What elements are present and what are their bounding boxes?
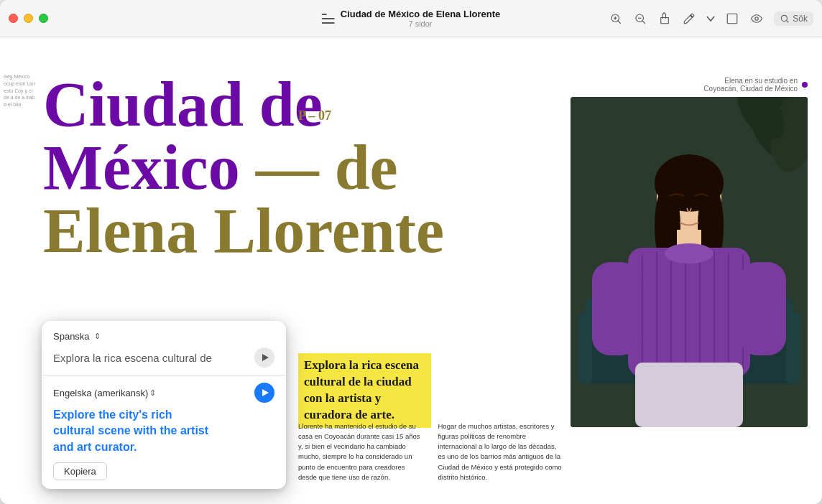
photo-caption-line2: Coyoacán, Ciudad de México	[703, 85, 798, 93]
source-lang-arrow: ⇕	[94, 332, 101, 341]
photo-caption: Elena en su estudio en Coyoacán, Ciudad …	[571, 77, 808, 93]
hero-line3: Elena Llorente	[43, 200, 567, 263]
photo-area: Elena en su estudio en Coyoacán, Ciudad …	[571, 77, 808, 436]
crop-icon[interactable]	[725, 11, 739, 26]
svg-point-8	[755, 17, 759, 20]
toolbar-icons: Sök	[609, 11, 813, 26]
document-page: Seg México ocup este Llor estu Coy y cr …	[0, 37, 822, 504]
source-text-row: Explora la rica escena cultural de	[53, 347, 274, 368]
traffic-lights	[9, 14, 48, 23]
titlebar: Ciudad de México de Elena Llorente 7 sid…	[0, 0, 822, 37]
svg-rect-33	[739, 262, 786, 355]
svg-point-36	[696, 200, 706, 207]
result-line1: Explore the city's rich	[53, 409, 172, 421]
translation-popup: Spanska ⇕ Explora la rica escena cultura…	[42, 321, 286, 489]
annotate-icon[interactable]	[682, 11, 696, 26]
result-line2: cultural scene with the artist	[53, 424, 208, 437]
share-icon[interactable]	[657, 11, 672, 26]
left-text-content: Seg México ocup este Llor estu Coy y cr …	[4, 73, 36, 108]
main-content: Seg México ocup este Llor estu Coy y cr …	[0, 37, 822, 504]
photo-box	[571, 97, 808, 427]
result-line3: and art curator.	[53, 441, 137, 453]
bottom-col-1: Llorente ha mantenido el estudio de su c…	[298, 421, 424, 483]
minimize-button[interactable]	[24, 14, 33, 23]
zoom-out-icon[interactable]	[633, 11, 647, 26]
translation-result-text: Explore the city's rich cultural scene w…	[53, 407, 274, 455]
search-bar[interactable]: Sök	[774, 11, 813, 26]
target-lang-row: Engelska (amerikansk) ⇕	[53, 383, 274, 403]
svg-point-31	[665, 243, 714, 263]
annotate-dropdown-icon[interactable]	[706, 11, 715, 26]
source-lang-label: Spanska	[53, 331, 90, 342]
svg-point-35	[672, 200, 682, 207]
bottom-content: Llorente ha mantenido el estudio de su c…	[298, 421, 563, 483]
svg-line-10	[786, 20, 788, 22]
source-lang-row: Spanska ⇕	[53, 331, 274, 342]
hero-line1: Ciudad de	[43, 73, 567, 136]
document-pages: 7 sidor	[408, 19, 432, 28]
photo-caption-line1: Elena en su estudio en	[703, 77, 798, 85]
svg-rect-37	[578, 312, 592, 384]
highlight-text: Explora la rica escena cultural de la ci…	[304, 358, 419, 421]
svg-rect-22	[628, 248, 750, 377]
svg-line-1	[618, 20, 621, 23]
titlebar-center: Ciudad de México de Elena Llorente 7 sid…	[322, 9, 501, 28]
copy-button[interactable]: Kopiera	[53, 462, 107, 480]
svg-rect-7	[728, 14, 738, 24]
target-lang-label: Engelska (amerikansk)	[53, 388, 148, 398]
translation-divider	[42, 375, 286, 375]
play-translation-button[interactable]	[254, 383, 274, 403]
title-info: Ciudad de México de Elena Llorente 7 sid…	[341, 9, 501, 28]
hero-line2: México — de	[43, 136, 567, 200]
zoom-in-icon[interactable]	[609, 11, 623, 26]
lookup-icon[interactable]	[749, 11, 764, 26]
svg-rect-38	[786, 312, 800, 384]
app-window: Ciudad de México de Elena Llorente 7 sid…	[0, 0, 822, 504]
hero-title: Ciudad de México — de Elena Llorente	[43, 73, 567, 263]
highlight-block: Explora la rica escena cultural de la ci…	[298, 353, 431, 428]
photo-caption-dot	[802, 82, 808, 88]
close-button[interactable]	[9, 14, 18, 23]
play-source-button[interactable]	[254, 347, 274, 368]
page-label: P – 07	[298, 108, 331, 123]
target-lang-arrow: ⇕	[149, 388, 156, 398]
search-label: Sök	[793, 14, 808, 24]
svg-line-5	[642, 20, 645, 23]
source-text: Explora la rica escena cultural de	[53, 352, 254, 364]
svg-rect-34	[635, 363, 743, 427]
svg-rect-32	[592, 262, 639, 355]
bottom-col-2: Hogar de muchos artistas, escritores y f…	[438, 421, 564, 483]
maximize-button[interactable]	[39, 14, 48, 23]
document-title: Ciudad de México de Elena Llorente	[341, 9, 501, 19]
sidebar-toggle-icon[interactable]	[322, 14, 335, 24]
